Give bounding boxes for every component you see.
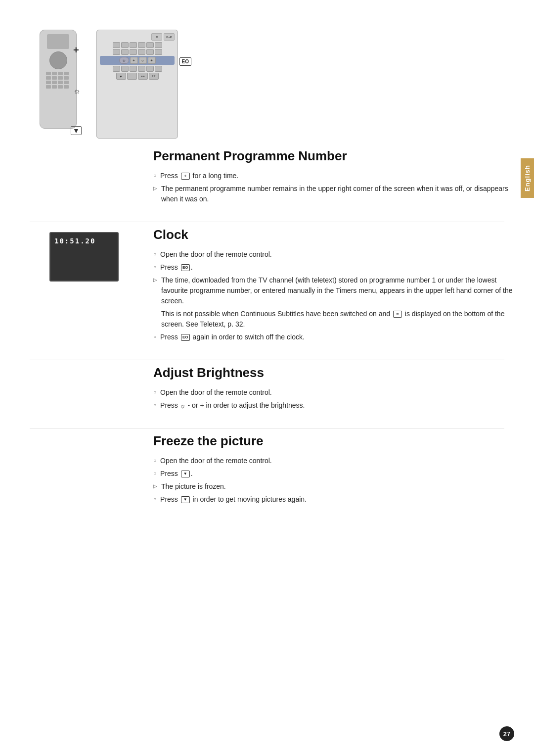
unfreeze-button-icon: ▼ xyxy=(181,496,190,503)
clock-time-display: 10:51.20 xyxy=(54,237,95,245)
subtitles-icon: ≡ xyxy=(393,311,402,318)
section-divider-3 xyxy=(30,428,504,428)
clock-content: Clock ○ Open the door of the remote cont… xyxy=(138,227,514,345)
bullet-text: Press EO. xyxy=(160,262,514,273)
bullet-item: ▷ The time, downloaded from the TV chann… xyxy=(153,275,514,306)
plus-button-icon: + xyxy=(181,173,190,180)
bullet-text: The picture is frozen. xyxy=(161,481,514,492)
bullet-text: Press ☼ - or + in order to adjust the br… xyxy=(160,400,514,411)
language-label: English xyxy=(524,165,531,191)
bullet-text: Open the door of the remote control. xyxy=(160,249,514,260)
bullet-item: ○ Press + for a long time. xyxy=(153,171,514,181)
bullet-item: ○ Press EO again in order to switch off … xyxy=(153,332,514,342)
bullet-item: ▷ The picture is frozen. xyxy=(153,481,514,492)
bullet-item: ○ Press ▼ in order to get moving picture… xyxy=(153,494,514,505)
bullet-circle-icon: ○ xyxy=(153,470,156,477)
bullet-text: Press ▼. xyxy=(160,469,514,479)
clock-image: 10:51.20 xyxy=(30,227,138,345)
clock-title: Clock xyxy=(153,227,514,242)
bullet-text: Press ▼ in order to get moving pictures … xyxy=(160,494,514,505)
section-divider xyxy=(30,222,504,222)
bullet-text: Open the door of the remote control. xyxy=(160,387,514,398)
permanent-programme-content: Permanent Programme Number ○ Press + for… xyxy=(138,148,514,207)
eo-button-icon: EO xyxy=(181,264,190,271)
section-divider-2 xyxy=(30,360,504,360)
down-arrow-icon: ▼ xyxy=(71,126,82,135)
bullet-text: The permanent programme number remains i… xyxy=(161,184,514,204)
bullet-circle-icon: ○ xyxy=(153,263,156,271)
freeze-image xyxy=(30,433,138,507)
eo-button-indicator: EO xyxy=(179,57,191,66)
bullet-item: ○ Open the door of the remote control. xyxy=(153,456,514,466)
bullet-triangle-icon: ▷ xyxy=(153,482,157,490)
clock-section: 10:51.20 Clock ○ Open the door of the re… xyxy=(0,227,534,345)
permanent-programme-image xyxy=(30,148,138,207)
plus-icon: + xyxy=(73,45,79,56)
bullet-circle-icon: ○ xyxy=(153,250,156,258)
bullet-text: This is not possible when Continuous Sub… xyxy=(161,309,514,330)
bullet-item: This is not possible when Continuous Sub… xyxy=(161,309,514,330)
bullet-item: ○ Press ▼. xyxy=(153,469,514,479)
freeze-button-icon: ▼ xyxy=(181,471,190,477)
permanent-programme-section: Permanent Programme Number ○ Press + for… xyxy=(0,148,534,207)
page-number: 27 xyxy=(499,726,514,741)
freeze-bullets: ○ Open the door of the remote control. ○… xyxy=(153,456,514,505)
brightness-content: Adjust Brightness ○ Open the door of the… xyxy=(138,365,514,413)
bullet-item: ○ Open the door of the remote control. xyxy=(153,387,514,398)
freeze-content: Freeze the picture ○ Open the door of th… xyxy=(138,433,514,507)
bullet-item: ▷ The permanent programme number remains… xyxy=(153,184,514,204)
language-tab: English xyxy=(521,158,534,198)
bullet-circle-icon: ○ xyxy=(153,457,156,464)
bullet-text: The time, downloaded from the TV channel… xyxy=(161,275,514,306)
permanent-programme-title: Permanent Programme Number xyxy=(153,148,514,164)
eo-button-icon-2: EO xyxy=(181,334,190,341)
sun-brightness-icon: ☼ xyxy=(180,402,186,410)
brightness-title: Adjust Brightness xyxy=(153,365,514,380)
bullet-circle-icon: ○ xyxy=(153,401,156,409)
top-illustration-area: + ☼ ▼ ≡ P+P xyxy=(0,20,534,143)
bullet-triangle-icon: ▷ xyxy=(153,185,157,192)
bullet-text: Press EO again in order to switch off th… xyxy=(160,332,514,342)
clock-bullets: ○ Open the door of the remote control. ○… xyxy=(153,249,514,342)
brightness-section: Adjust Brightness ○ Open the door of the… xyxy=(0,365,534,413)
page-container: English xyxy=(0,0,534,756)
small-remote-illustration xyxy=(40,30,77,129)
main-remote-panel: ≡ P+P xyxy=(96,30,178,139)
bullet-item: ○ Press ☼ - or + in order to adjust the … xyxy=(153,400,514,411)
clock-display: 10:51.20 xyxy=(49,232,119,282)
brightness-image xyxy=(30,365,138,413)
bullet-triangle-icon: ▷ xyxy=(153,276,157,284)
brightness-bullets: ○ Open the door of the remote control. ○… xyxy=(153,387,514,411)
bullet-circle-icon: ○ xyxy=(153,172,156,179)
bullet-text: Press + for a long time. xyxy=(160,171,514,181)
bullet-circle-icon: ○ xyxy=(153,333,156,340)
freeze-section: Freeze the picture ○ Open the door of th… xyxy=(0,433,534,507)
bullet-text: Open the door of the remote control. xyxy=(160,456,514,466)
bullet-item: ○ Press EO. xyxy=(153,262,514,273)
freeze-title: Freeze the picture xyxy=(153,433,514,449)
brightness-icon: ☼ xyxy=(73,87,81,95)
bullet-circle-icon: ○ xyxy=(153,495,156,503)
bullet-circle-icon: ○ xyxy=(153,388,156,396)
bullet-item: ○ Open the door of the remote control. xyxy=(153,249,514,260)
permanent-programme-bullets: ○ Press + for a long time. ▷ The permane… xyxy=(153,171,514,204)
